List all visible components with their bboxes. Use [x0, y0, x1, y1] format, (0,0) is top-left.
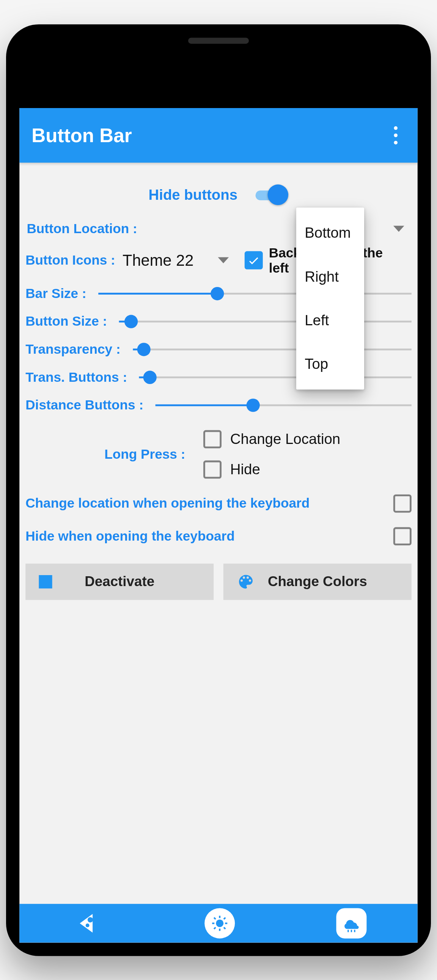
nav-recent-button[interactable]	[337, 908, 367, 938]
svg-line-10	[224, 918, 225, 919]
long-press-label: Long Press :	[104, 446, 185, 462]
menu-item-right[interactable]: Right	[296, 255, 364, 298]
earpiece	[188, 38, 249, 44]
stop-icon	[39, 575, 52, 588]
chevron-down-icon	[393, 226, 404, 232]
transparency-slider[interactable]	[133, 343, 411, 355]
kb-hide-row[interactable]: Hide when opening the keyboard	[26, 523, 411, 556]
button-size-label: Button Size :	[26, 313, 107, 329]
change-colors-button[interactable]: Change Colors	[223, 563, 411, 599]
lp-hide-option[interactable]: Hide	[203, 460, 340, 478]
trans-buttons-slider[interactable]	[139, 371, 411, 383]
lp-change-location-label: Change Location	[230, 430, 340, 447]
bar-size-slider[interactable]	[99, 287, 411, 299]
distance-buttons-row: Distance Buttons :	[26, 391, 411, 419]
kb-change-location-checkbox[interactable]	[393, 494, 411, 512]
bottom-nav	[19, 904, 418, 942]
svg-line-9	[214, 927, 215, 929]
kb-hide-checkbox[interactable]	[393, 527, 411, 545]
trans-buttons-label: Trans. Buttons :	[26, 369, 127, 385]
deactivate-button[interactable]: Deactivate	[26, 563, 214, 599]
lp-change-location-option[interactable]: Change Location	[203, 430, 340, 448]
distance-buttons-label: Distance Buttons :	[26, 397, 144, 413]
svg-point-2	[216, 920, 223, 927]
button-icons-label: Button Icons :	[26, 253, 115, 269]
change-colors-label: Change Colors	[268, 573, 367, 590]
app-title: Button Bar	[32, 124, 386, 146]
distance-buttons-slider[interactable]	[156, 399, 411, 411]
menu-item-top[interactable]: Top	[296, 342, 364, 385]
transparency-label: Transparency :	[26, 341, 120, 357]
svg-line-7	[214, 918, 215, 919]
kb-hide-label: Hide when opening the keyboard	[26, 528, 235, 544]
bar-size-label: Bar Size :	[26, 285, 86, 301]
hide-buttons-switch[interactable]	[256, 184, 288, 205]
app-screen: Button Bar Hide buttons Button Location …	[19, 108, 418, 942]
overflow-menu-button[interactable]	[386, 123, 405, 147]
nav-home-button[interactable]	[204, 908, 235, 938]
lp-hide-label: Hide	[230, 461, 260, 478]
chevron-down-icon	[218, 258, 229, 264]
content-area: Hide buttons Button Location : Button Ic…	[19, 162, 418, 606]
long-press-row: Long Press : Change Location Hide	[26, 419, 411, 484]
back-left-checkbox[interactable]	[245, 251, 263, 270]
button-size-slider[interactable]	[119, 315, 411, 327]
button-location-label: Button Location :	[26, 221, 137, 237]
appbar: Button Bar	[19, 108, 418, 162]
palette-icon	[237, 572, 255, 590]
button-location-menu: Bottom Right Left Top	[296, 207, 364, 389]
svg-line-8	[224, 927, 225, 929]
action-buttons: Deactivate Change Colors	[26, 556, 411, 606]
menu-item-bottom[interactable]: Bottom	[296, 211, 364, 255]
nav-back-button[interactable]	[70, 907, 103, 939]
button-icons-value: Theme 22	[123, 251, 193, 270]
button-icons-select[interactable]: Theme 22	[123, 251, 229, 270]
kb-change-location-label: Change location when opening the keyboar…	[26, 495, 309, 511]
lp-change-location-checkbox[interactable]	[203, 430, 222, 448]
device-frame: Button Bar Hide buttons Button Location …	[6, 24, 431, 956]
menu-item-left[interactable]: Left	[296, 298, 364, 342]
kb-change-location-row[interactable]: Change location when opening the keyboar…	[26, 483, 411, 523]
deactivate-label: Deactivate	[85, 573, 155, 590]
hide-buttons-label: Hide buttons	[148, 186, 238, 203]
lp-hide-checkbox[interactable]	[203, 460, 222, 478]
